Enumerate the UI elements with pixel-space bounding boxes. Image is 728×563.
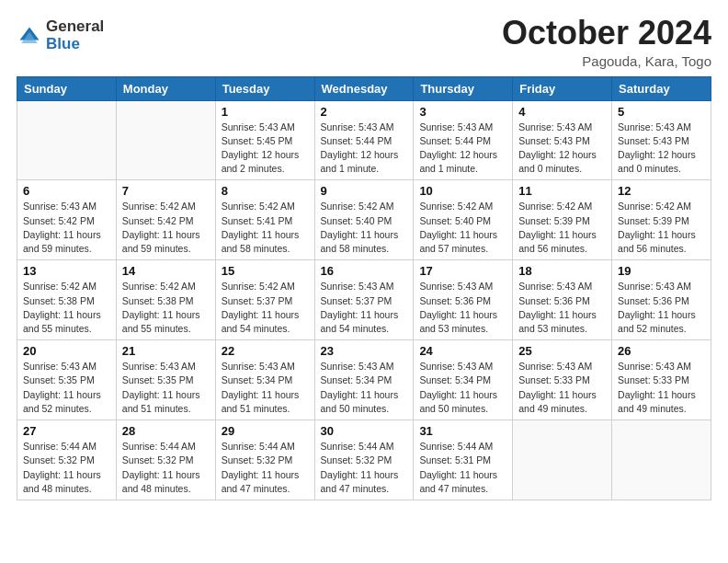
cell-day-2-3: 16	[321, 264, 408, 278]
cell-info-2-3: Sunrise: 5:43 AM Sunset: 5:37 PM Dayligh…	[321, 280, 408, 336]
cell-4-2: 29Sunrise: 5:44 AM Sunset: 5:32 PM Dayli…	[215, 420, 314, 500]
cell-1-4: 10Sunrise: 5:42 AM Sunset: 5:40 PM Dayli…	[414, 180, 513, 260]
cell-day-1-4: 10	[419, 184, 506, 198]
cell-4-4: 31Sunrise: 5:44 AM Sunset: 5:31 PM Dayli…	[414, 420, 513, 500]
cell-info-1-6: Sunrise: 5:42 AM Sunset: 5:39 PM Dayligh…	[618, 200, 705, 256]
cell-2-3: 16Sunrise: 5:43 AM Sunset: 5:37 PM Dayli…	[314, 260, 414, 340]
cell-1-2: 8Sunrise: 5:42 AM Sunset: 5:41 PM Daylig…	[215, 180, 314, 260]
cell-3-3: 23Sunrise: 5:43 AM Sunset: 5:34 PM Dayli…	[314, 340, 414, 420]
cell-0-0	[17, 100, 117, 180]
cell-3-2: 22Sunrise: 5:43 AM Sunset: 5:34 PM Dayli…	[215, 340, 314, 420]
cell-info-0-6: Sunrise: 5:43 AM Sunset: 5:43 PM Dayligh…	[618, 121, 705, 177]
logo-blue: Blue	[46, 36, 104, 53]
cell-day-1-5: 11	[518, 184, 606, 198]
col-monday: Monday	[116, 76, 215, 100]
cell-day-4-1: 28	[122, 424, 210, 438]
col-tuesday: Tuesday	[215, 76, 314, 100]
cell-2-0: 13Sunrise: 5:42 AM Sunset: 5:38 PM Dayli…	[17, 260, 117, 340]
cell-info-2-0: Sunrise: 5:42 AM Sunset: 5:38 PM Dayligh…	[23, 280, 110, 336]
cell-info-1-1: Sunrise: 5:42 AM Sunset: 5:42 PM Dayligh…	[122, 200, 210, 256]
cell-info-1-3: Sunrise: 5:42 AM Sunset: 5:40 PM Dayligh…	[321, 200, 408, 256]
week-row-3: 20Sunrise: 5:43 AM Sunset: 5:35 PM Dayli…	[17, 340, 711, 420]
cell-day-0-4: 3	[419, 105, 506, 119]
cell-2-6: 19Sunrise: 5:43 AM Sunset: 5:36 PM Dayli…	[612, 260, 711, 340]
cell-0-5: 4Sunrise: 5:43 AM Sunset: 5:43 PM Daylig…	[513, 100, 612, 180]
cell-info-3-1: Sunrise: 5:43 AM Sunset: 5:35 PM Dayligh…	[122, 360, 210, 416]
cell-day-0-5: 4	[518, 105, 606, 119]
cell-0-2: 1Sunrise: 5:43 AM Sunset: 5:45 PM Daylig…	[215, 100, 314, 180]
cell-info-1-2: Sunrise: 5:42 AM Sunset: 5:41 PM Dayligh…	[222, 200, 309, 256]
cell-info-0-5: Sunrise: 5:43 AM Sunset: 5:43 PM Dayligh…	[518, 121, 606, 177]
cell-4-5	[513, 420, 612, 500]
cell-1-3: 9Sunrise: 5:42 AM Sunset: 5:40 PM Daylig…	[314, 180, 414, 260]
week-row-4: 27Sunrise: 5:44 AM Sunset: 5:32 PM Dayli…	[17, 420, 711, 500]
page: General Blue October 2024 Pagouda, Kara,…	[0, 0, 728, 563]
cell-day-2-2: 15	[222, 264, 309, 278]
cell-info-0-4: Sunrise: 5:43 AM Sunset: 5:44 PM Dayligh…	[419, 121, 506, 177]
week-row-0: 1Sunrise: 5:43 AM Sunset: 5:45 PM Daylig…	[17, 100, 711, 180]
cell-day-1-3: 9	[321, 184, 408, 198]
cell-info-1-4: Sunrise: 5:42 AM Sunset: 5:40 PM Dayligh…	[419, 200, 506, 256]
cell-day-2-1: 14	[122, 264, 210, 278]
header-row: Sunday Monday Tuesday Wednesday Thursday…	[17, 76, 711, 100]
cell-day-0-6: 5	[618, 105, 705, 119]
cell-info-1-5: Sunrise: 5:42 AM Sunset: 5:39 PM Dayligh…	[518, 200, 606, 256]
cell-2-5: 18Sunrise: 5:43 AM Sunset: 5:36 PM Dayli…	[513, 260, 612, 340]
cell-info-0-2: Sunrise: 5:43 AM Sunset: 5:45 PM Dayligh…	[222, 121, 309, 177]
cell-info-4-1: Sunrise: 5:44 AM Sunset: 5:32 PM Dayligh…	[122, 440, 210, 496]
cell-4-0: 27Sunrise: 5:44 AM Sunset: 5:32 PM Dayli…	[17, 420, 117, 500]
cell-day-1-6: 12	[618, 184, 705, 198]
cell-3-4: 24Sunrise: 5:43 AM Sunset: 5:34 PM Dayli…	[414, 340, 513, 420]
cell-info-2-2: Sunrise: 5:42 AM Sunset: 5:37 PM Dayligh…	[222, 280, 309, 336]
logo-text: General Blue	[46, 18, 104, 52]
col-sunday: Sunday	[17, 76, 117, 100]
cell-4-3: 30Sunrise: 5:44 AM Sunset: 5:32 PM Dayli…	[314, 420, 414, 500]
calendar-subtitle: Pagouda, Kara, Togo	[502, 53, 711, 69]
cell-info-3-3: Sunrise: 5:43 AM Sunset: 5:34 PM Dayligh…	[321, 360, 408, 416]
cell-day-3-6: 26	[618, 344, 705, 358]
cell-2-2: 15Sunrise: 5:42 AM Sunset: 5:37 PM Dayli…	[215, 260, 314, 340]
cell-day-1-0: 6	[23, 184, 110, 198]
cell-day-4-3: 30	[321, 424, 408, 438]
cell-day-4-4: 31	[419, 424, 506, 438]
cell-day-3-0: 20	[23, 344, 110, 358]
cell-info-3-6: Sunrise: 5:43 AM Sunset: 5:33 PM Dayligh…	[618, 360, 705, 416]
col-wednesday: Wednesday	[314, 76, 414, 100]
cell-info-0-3: Sunrise: 5:43 AM Sunset: 5:44 PM Dayligh…	[321, 121, 408, 177]
cell-day-3-5: 25	[518, 344, 606, 358]
cell-info-2-1: Sunrise: 5:42 AM Sunset: 5:38 PM Dayligh…	[122, 280, 210, 336]
cell-info-4-3: Sunrise: 5:44 AM Sunset: 5:32 PM Dayligh…	[321, 440, 408, 496]
cell-day-4-2: 29	[222, 424, 309, 438]
col-thursday: Thursday	[414, 76, 513, 100]
cell-day-0-3: 2	[321, 105, 408, 119]
cell-3-6: 26Sunrise: 5:43 AM Sunset: 5:33 PM Dayli…	[612, 340, 711, 420]
calendar-title: October 2024	[502, 15, 711, 52]
cell-info-1-0: Sunrise: 5:43 AM Sunset: 5:42 PM Dayligh…	[23, 200, 110, 256]
col-saturday: Saturday	[612, 76, 711, 100]
logo-general: General	[46, 18, 104, 36]
title-block: October 2024 Pagouda, Kara, Togo	[502, 15, 711, 69]
week-row-1: 6Sunrise: 5:43 AM Sunset: 5:42 PM Daylig…	[17, 180, 711, 260]
cell-1-5: 11Sunrise: 5:42 AM Sunset: 5:39 PM Dayli…	[513, 180, 612, 260]
cell-1-1: 7Sunrise: 5:42 AM Sunset: 5:42 PM Daylig…	[116, 180, 215, 260]
cell-2-1: 14Sunrise: 5:42 AM Sunset: 5:38 PM Dayli…	[116, 260, 215, 340]
cell-day-2-0: 13	[23, 264, 110, 278]
cell-info-3-2: Sunrise: 5:43 AM Sunset: 5:34 PM Dayligh…	[222, 360, 309, 416]
week-row-2: 13Sunrise: 5:42 AM Sunset: 5:38 PM Dayli…	[17, 260, 711, 340]
cell-day-3-1: 21	[122, 344, 210, 358]
cell-day-1-1: 7	[122, 184, 210, 198]
cell-4-1: 28Sunrise: 5:44 AM Sunset: 5:32 PM Dayli…	[116, 420, 215, 500]
cell-0-4: 3Sunrise: 5:43 AM Sunset: 5:44 PM Daylig…	[414, 100, 513, 180]
cell-day-3-4: 24	[419, 344, 506, 358]
cell-day-0-2: 1	[222, 105, 309, 119]
cell-0-1	[116, 100, 215, 180]
cell-3-5: 25Sunrise: 5:43 AM Sunset: 5:33 PM Dayli…	[513, 340, 612, 420]
cell-info-4-0: Sunrise: 5:44 AM Sunset: 5:32 PM Dayligh…	[23, 440, 110, 496]
cell-1-0: 6Sunrise: 5:43 AM Sunset: 5:42 PM Daylig…	[17, 180, 117, 260]
cell-info-4-2: Sunrise: 5:44 AM Sunset: 5:32 PM Dayligh…	[222, 440, 309, 496]
cell-2-4: 17Sunrise: 5:43 AM Sunset: 5:36 PM Dayli…	[414, 260, 513, 340]
cell-info-3-0: Sunrise: 5:43 AM Sunset: 5:35 PM Dayligh…	[23, 360, 110, 416]
cell-0-6: 5Sunrise: 5:43 AM Sunset: 5:43 PM Daylig…	[612, 100, 711, 180]
cell-3-1: 21Sunrise: 5:43 AM Sunset: 5:35 PM Dayli…	[116, 340, 215, 420]
cell-day-3-3: 23	[321, 344, 408, 358]
